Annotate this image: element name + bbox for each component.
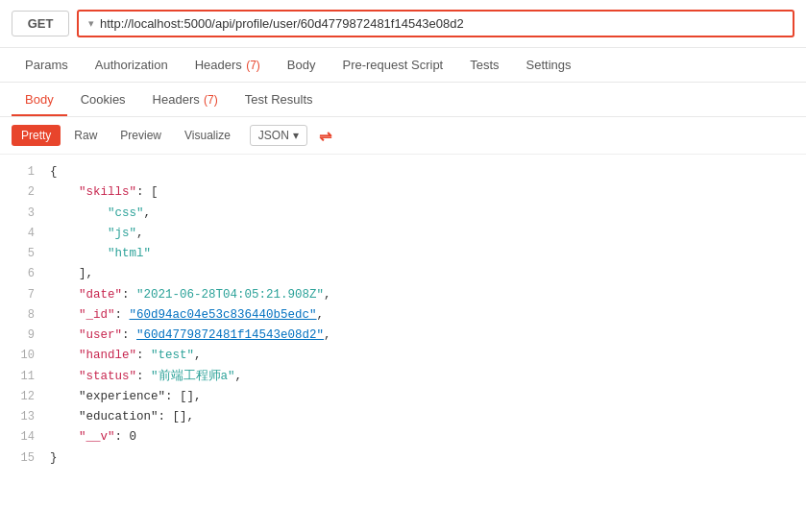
request-tab-body[interactable]: Body bbox=[274, 48, 330, 82]
table-row: 3 "css", bbox=[0, 204, 806, 224]
line-content: { bbox=[50, 162, 798, 182]
request-tab-params[interactable]: Params bbox=[12, 48, 82, 82]
request-tab-settings[interactable]: Settings bbox=[513, 48, 585, 82]
line-content: "skills": [ bbox=[50, 182, 798, 203]
line-content: } bbox=[50, 448, 798, 469]
line-content: "__v": 0 bbox=[50, 427, 798, 447]
line-content: "js", bbox=[50, 224, 798, 244]
request-tab-authorization[interactable]: Authorization bbox=[82, 48, 182, 82]
table-row: 10 "handle": "test", bbox=[0, 346, 806, 366]
table-row: 1{ bbox=[0, 162, 806, 182]
line-number: 1 bbox=[8, 162, 35, 181]
line-number: 7 bbox=[8, 285, 35, 304]
line-number: 14 bbox=[8, 427, 35, 447]
table-row: 14 "__v": 0 bbox=[0, 427, 806, 447]
code-area: 1{2 "skills": [3 "css",4 "js",5 "html"6 … bbox=[0, 155, 806, 476]
wrap-icon[interactable]: ⇌ bbox=[319, 127, 331, 145]
line-number: 13 bbox=[8, 407, 35, 426]
json-format-select[interactable]: JSON ▾ bbox=[250, 125, 307, 146]
url-input-wrapper[interactable]: ▾ http://localhost:5000/api/profile/user… bbox=[77, 10, 794, 37]
line-number: 6 bbox=[8, 264, 35, 283]
format-btn-preview[interactable]: Preview bbox=[110, 125, 171, 146]
json-dropdown-icon: ▾ bbox=[293, 129, 299, 142]
line-content: "html" bbox=[50, 244, 798, 264]
url-bar: GET ▾ http://localhost:5000/api/profile/… bbox=[0, 0, 806, 48]
table-row: 15} bbox=[0, 448, 806, 469]
line-number: 2 bbox=[8, 182, 35, 202]
table-row: 9 "user": "60d4779872481f14543e08d2", bbox=[0, 326, 806, 346]
request-tab-pre-request-script[interactable]: Pre-request Script bbox=[329, 48, 456, 82]
format-btn-raw[interactable]: Raw bbox=[64, 125, 107, 146]
method-badge[interactable]: GET bbox=[12, 11, 69, 36]
table-row: 7 "date": "2021-06-28T04:05:21.908Z", bbox=[0, 285, 806, 305]
line-content: "date": "2021-06-28T04:05:21.908Z", bbox=[50, 285, 798, 305]
url-dropdown-icon[interactable]: ▾ bbox=[88, 17, 94, 30]
line-number: 4 bbox=[8, 224, 35, 243]
line-content: "user": "60d4779872481f14543e08d2", bbox=[50, 326, 798, 346]
line-content: "css", bbox=[50, 204, 798, 224]
line-content: "_id": "60d94ac04e53c836440b5edc", bbox=[50, 305, 798, 326]
table-row: 13 "education": [], bbox=[0, 407, 806, 427]
request-tab-tests[interactable]: Tests bbox=[456, 48, 512, 82]
line-number: 9 bbox=[8, 326, 35, 345]
line-content: ], bbox=[50, 264, 798, 284]
line-content: "status": "前端工程师a", bbox=[50, 367, 798, 387]
line-number: 10 bbox=[8, 346, 35, 365]
table-row: 2 "skills": [ bbox=[0, 182, 806, 203]
line-number: 11 bbox=[8, 367, 35, 386]
table-row: 11 "status": "前端工程师a", bbox=[0, 367, 806, 387]
line-number: 5 bbox=[8, 244, 35, 263]
json-label: JSON bbox=[258, 129, 289, 142]
line-content: "experience": [], bbox=[50, 387, 798, 407]
line-number: 12 bbox=[8, 387, 35, 406]
format-btn-pretty[interactable]: Pretty bbox=[12, 125, 61, 146]
table-row: 4 "js", bbox=[0, 224, 806, 244]
request-tab-headers[interactable]: Headers (7) bbox=[182, 48, 274, 82]
line-number: 3 bbox=[8, 204, 35, 223]
table-row: 6 ], bbox=[0, 264, 806, 284]
table-row: 12 "experience": [], bbox=[0, 387, 806, 407]
response-tab-test-results[interactable]: Test Results bbox=[232, 83, 327, 116]
response-tab-body[interactable]: Body bbox=[12, 83, 67, 116]
format-btn-visualize[interactable]: Visualize bbox=[175, 125, 240, 146]
response-tab-cookies[interactable]: Cookies bbox=[67, 83, 139, 116]
request-tab-bar: ParamsAuthorizationHeaders (7)BodyPre-re… bbox=[0, 48, 806, 83]
line-content: "handle": "test", bbox=[50, 346, 798, 366]
line-number: 15 bbox=[8, 448, 35, 468]
response-tab-bar: BodyCookiesHeaders (7)Test Results bbox=[0, 83, 806, 117]
table-row: 8 "_id": "60d94ac04e53c836440b5edc", bbox=[0, 305, 806, 326]
table-row: 5 "html" bbox=[0, 244, 806, 264]
response-tab-headers[interactable]: Headers (7) bbox=[139, 83, 232, 116]
format-bar: PrettyRawPreviewVisualize JSON ▾ ⇌ bbox=[0, 117, 806, 155]
line-content: "education": [], bbox=[50, 407, 798, 427]
url-text: http://localhost:5000/api/profile/user/6… bbox=[100, 16, 783, 31]
line-number: 8 bbox=[8, 305, 35, 325]
